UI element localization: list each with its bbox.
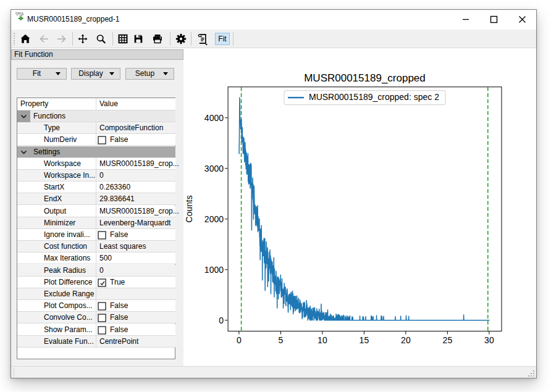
svg-text:MUSR00015189_cropped: spec 2: MUSR00015189_cropped: spec 2 — [309, 92, 439, 102]
svg-text:0: 0 — [237, 335, 242, 345]
svg-text:2000: 2000 — [204, 214, 224, 224]
svg-text:30: 30 — [484, 335, 494, 345]
svg-text:4000: 4000 — [204, 113, 224, 123]
svg-text:MUSR00015189_cropped: MUSR00015189_cropped — [304, 72, 426, 84]
svg-text:1000: 1000 — [204, 265, 224, 275]
svg-text:5: 5 — [279, 335, 284, 345]
svg-text:Counts: Counts — [184, 195, 194, 222]
svg-text:20: 20 — [401, 335, 411, 345]
svg-text:25: 25 — [443, 335, 453, 345]
svg-text:3000: 3000 — [204, 164, 224, 173]
svg-text:0: 0 — [219, 315, 224, 325]
svg-text:10: 10 — [318, 335, 327, 345]
svg-text:15: 15 — [360, 335, 369, 345]
